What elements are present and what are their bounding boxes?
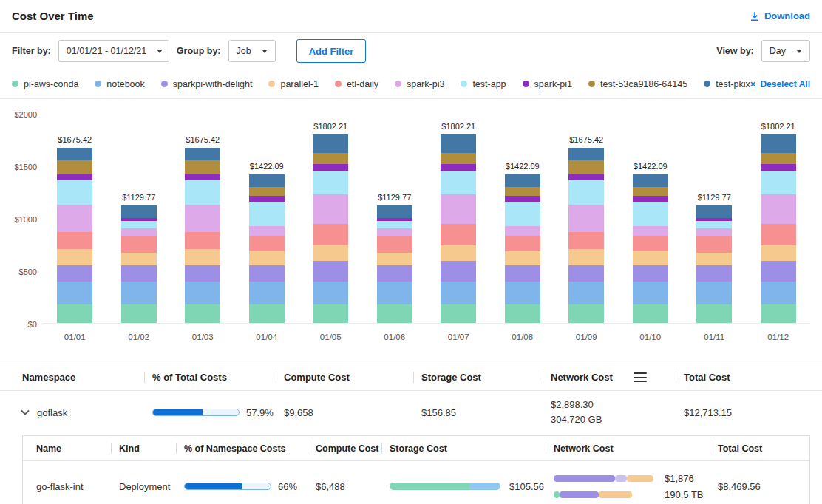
legend-item-notebook[interactable]: notebook — [95, 79, 144, 89]
namespace-pct-value: 66% — [278, 481, 297, 492]
bar-segment-test-pkix — [633, 174, 668, 187]
view-by-select[interactable]: Day — [761, 40, 810, 62]
chart-legend: pi-aws-condanotebooksparkpi-with-delight… — [0, 69, 822, 99]
bar-segment-parallel-1 — [121, 253, 157, 265]
bar-segment-spark-pi1 — [761, 164, 796, 171]
chevron-down-icon[interactable] — [21, 409, 30, 415]
bar-segment — [554, 475, 615, 482]
col-header-label: Total Cost — [684, 372, 730, 383]
bar-segment-test-app — [633, 202, 668, 226]
x-axis-label: 01/06 — [384, 324, 405, 343]
bar-01/06[interactable]: $1129.7701/06 — [377, 109, 412, 343]
bar-segment-etl-daily — [568, 232, 604, 249]
group-by-value: Job — [237, 46, 251, 56]
col-header-network-cost: Network Cost — [551, 364, 684, 390]
bar-segment-parallel-1 — [505, 251, 540, 265]
bar-segment-pi-aws-conda — [633, 304, 668, 324]
bar-segment-test-app — [696, 221, 732, 228]
close-icon: × — [750, 78, 756, 89]
chevron-down-icon — [262, 50, 268, 53]
bar-segment-pi-aws-conda — [185, 304, 220, 324]
bar-segment-spark-pi3 — [568, 205, 604, 232]
storage-cost-cell: $156.85 — [421, 407, 551, 418]
legend-label: notebook — [106, 79, 144, 89]
bar-01/10[interactable]: $1422.0901/10 — [633, 109, 668, 343]
bar-segment-test-app — [313, 171, 348, 195]
network-cost-value: $1,876 — [665, 473, 694, 484]
col-header-label: Kind — [119, 443, 140, 454]
bar-01/01[interactable]: $1675.4201/01 — [57, 109, 92, 343]
bar-segment-pi-aws-conda — [121, 304, 157, 324]
download-button[interactable]: Download — [750, 10, 810, 21]
column-settings-icon[interactable] — [634, 372, 647, 382]
bar-01/12[interactable]: $1802.2101/12 — [761, 109, 796, 343]
bar-segment — [554, 491, 560, 498]
bar-01/07[interactable]: $1802.2101/07 — [441, 109, 476, 343]
col-header-label: % of Total Costs — [152, 372, 227, 383]
legend-item-sparkpi-with-delight[interactable]: sparkpi-with-delight — [161, 79, 253, 89]
column-separator — [413, 372, 414, 383]
bar-01/05[interactable]: $1802.2101/05 — [313, 109, 348, 343]
bar-segment-sparkpi-with-delight — [568, 265, 604, 282]
legend-label: test-53ca9186-64145 — [600, 79, 687, 89]
column-separator — [144, 372, 145, 383]
bar-segment-pi-aws-conda — [568, 304, 604, 324]
bar-segment-etl-daily — [121, 236, 157, 252]
header: Cost Over Time Download — [0, 0, 822, 33]
bar-segment-etl-daily — [313, 224, 348, 245]
legend-item-spark-pi1[interactable]: spark-pi1 — [523, 79, 572, 89]
date-range-select[interactable]: 01/01/21 - 01/12/21 — [58, 40, 169, 62]
compute-cost-cell: $6,488 — [316, 481, 390, 492]
y-axis-tick: $1000 — [14, 215, 37, 224]
bar-segment-test-pkix — [761, 134, 796, 153]
deselect-all-button[interactable]: × Deselect All — [750, 78, 810, 89]
group-by-select[interactable]: Job — [228, 40, 276, 62]
namespace-cell[interactable]: goflask — [12, 407, 152, 418]
bar-segment-sparkpi-with-delight — [121, 265, 157, 282]
legend-dot — [523, 81, 529, 87]
bar-01/02[interactable]: $1129.7701/02 — [121, 109, 157, 343]
legend-item-test-pkix[interactable]: test-pkix — [704, 79, 750, 89]
legend-item-test-53ca9186-64145[interactable]: test-53ca9186-64145 — [588, 79, 687, 89]
bar-segment-parallel-1 — [441, 245, 476, 261]
legend-item-etl-daily[interactable]: etl-daily — [335, 79, 378, 89]
view-by-value: Day — [770, 46, 786, 56]
cost-table: Namespace % of Total Costs Compute Cost … — [0, 364, 822, 504]
bar-01/11[interactable]: $1129.7701/11 — [696, 109, 732, 343]
add-filter-button[interactable]: Add Filter — [296, 39, 367, 63]
table-row-go-flask-int[interactable]: go-flask-int Deployment 66% $6,488 $105.… — [23, 461, 809, 504]
bar-01/08[interactable]: $1422.0901/08 — [505, 109, 540, 343]
col-header-label: Compute Cost — [284, 372, 350, 383]
bar-segment-spark-pi3 — [313, 194, 348, 224]
legend-item-spark-pi3[interactable]: spark-pi3 — [395, 79, 444, 89]
legend-item-pi-aws-conda[interactable]: pi-aws-conda — [12, 79, 78, 89]
bar-segment-etl-daily — [377, 236, 412, 252]
bar-segment-sparkpi-with-delight — [633, 265, 668, 282]
bar-segment-spark-pi1 — [441, 164, 476, 171]
bar-segment-test-53ca9186-64145 — [313, 153, 348, 165]
legend-label: etl-daily — [347, 79, 378, 89]
legend-dot — [704, 81, 710, 87]
x-axis-label: 01/11 — [704, 324, 724, 343]
bar-total-label: $1802.21 — [761, 122, 795, 131]
bar-01/09[interactable]: $1675.4201/09 — [568, 109, 604, 343]
bar-01/04[interactable]: $1422.0901/04 — [249, 109, 285, 343]
bar-total-label: $1129.77 — [122, 193, 155, 202]
legend-item-parallel-1[interactable]: parallel-1 — [268, 79, 318, 89]
bar-segment-notebook — [761, 282, 796, 304]
legend-items: pi-aws-condanotebooksparkpi-with-delight… — [12, 79, 750, 89]
legend-item-test-app[interactable]: test-app — [461, 79, 506, 89]
table-row-goflask[interactable]: goflask 57.9% $9,658 $156.85 $2,898.30 3… — [0, 391, 822, 434]
legend-dot — [12, 81, 18, 87]
bar-segment-notebook — [57, 282, 92, 304]
bar-segment-spark-pi1 — [57, 174, 92, 180]
cost-over-time-panel: Cost Over Time Download Filter by: 01/01… — [0, 0, 822, 504]
y-axis-tick: $500 — [19, 268, 37, 276]
legend-label: sparkpi-with-delight — [173, 79, 253, 89]
legend-label: test-app — [472, 79, 506, 89]
bar-segment-parallel-1 — [57, 249, 92, 265]
bar-segment-test-pkix — [57, 148, 92, 160]
compute-cost-cell: $9,658 — [284, 407, 421, 418]
network-cost-cell: $1,876 190.5 TB — [554, 473, 718, 500]
bar-01/03[interactable]: $1675.4201/03 — [185, 109, 220, 343]
